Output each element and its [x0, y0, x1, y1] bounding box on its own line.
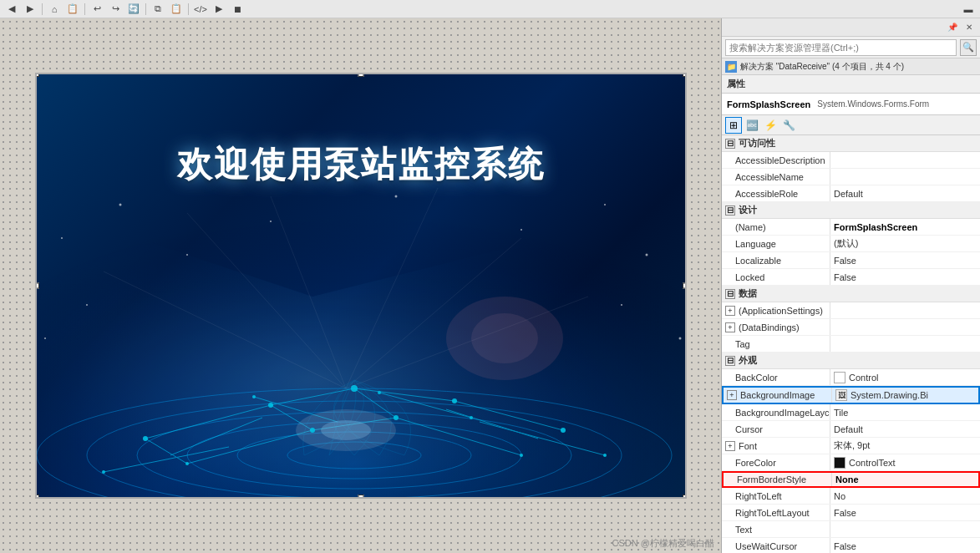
prop-value-cursor[interactable]: Default [830, 421, 980, 437]
toolbar-redo[interactable]: ↪ [107, 2, 124, 17]
toolbar-stop[interactable]: ⏹ [229, 2, 246, 17]
prop-icon-config[interactable]: 🔧 [780, 117, 797, 134]
svg-point-49 [621, 304, 622, 306]
prop-icon-sort[interactable]: ⊞ [725, 117, 742, 134]
toolbar-copy[interactable]: ⧉ [150, 2, 166, 17]
prop-bgimage[interactable]: + BackgroundImage 🖼 System.Drawing.Bi [722, 386, 980, 404]
prop-name-field[interactable]: (Name) FormSplashScreen [722, 219, 980, 236]
prop-value-backcolor[interactable]: Control [830, 369, 980, 385]
forecolor-text: ControlText [849, 458, 896, 468]
svg-point-34 [520, 454, 523, 457]
prop-formborderstyle[interactable]: FormBorderStyle None [722, 471, 980, 488]
prop-app-settings[interactable]: + (ApplicationSettings) [722, 302, 980, 319]
section-data[interactable]: ⊟ 数据 [722, 286, 980, 302]
prop-label-backcolor: BackColor [722, 369, 830, 385]
prop-value-locked[interactable]: False [830, 269, 980, 285]
prop-value-accessible-name[interactable] [830, 169, 980, 185]
expand-app-settings[interactable]: + [725, 306, 735, 316]
prop-usewaitcursor[interactable]: UseWaitCursor False [722, 538, 980, 553]
prop-toolbar-close[interactable]: ✕ [962, 20, 977, 35]
selection-handle-mr[interactable] [683, 283, 687, 289]
prop-value-bgimage-layout[interactable]: Tile [830, 404, 980, 420]
section-accessibility[interactable]: ⊟ 可访问性 [722, 135, 980, 152]
prop-font[interactable]: + Font 宋体, 9pt [722, 438, 980, 454]
prop-icon-events[interactable]: ⚡ [762, 117, 779, 134]
selection-handle-ml[interactable] [35, 283, 39, 289]
expand-bgimage[interactable]: + [727, 390, 737, 400]
prop-value-name[interactable]: FormSplashScreen [830, 219, 980, 235]
prop-value-accessible-role[interactable]: Default [830, 185, 980, 201]
selection-handle-tr[interactable] [683, 73, 687, 77]
expand-data-bindings[interactable]: + [725, 322, 735, 332]
prop-cursor[interactable]: Cursor Default [722, 421, 980, 438]
form-designer[interactable]: 欢迎使用泵站监控系统 CSDN @柠檬精爱喝白醋 [0, 18, 721, 553]
expand-font[interactable]: + [725, 441, 735, 451]
prop-value-app-settings[interactable] [830, 302, 980, 318]
prop-value-righttoleftlayout[interactable]: False [830, 505, 980, 520]
selection-handle-br[interactable] [683, 495, 687, 499]
component-selector[interactable]: FormSplashScreen System.Windows.Forms.Fo… [722, 94, 980, 115]
props-table[interactable]: ⊟ 可访问性 AccessibleDescription AccessibleN… [722, 135, 980, 553]
svg-point-32 [310, 428, 315, 433]
toolbar-paste[interactable]: 📋 [168, 2, 185, 17]
watermark: CSDN @柠檬精爱喝白醋 [612, 537, 714, 550]
prop-forecolor[interactable]: ForeColor ControlText [722, 454, 980, 471]
selection-handle-bc[interactable] [358, 495, 363, 499]
prop-text[interactable]: Text [722, 521, 980, 538]
svg-point-26 [143, 436, 148, 441]
section-label-appearance: 外观 [739, 354, 757, 367]
prop-tag[interactable]: Tag [722, 336, 980, 353]
toolbar-refresh[interactable]: 🔄 [125, 2, 142, 17]
prop-label-data-bindings: + (DataBindings) [722, 319, 830, 335]
prop-value-font[interactable]: 宋体, 9pt [830, 438, 980, 454]
svg-point-37 [252, 395, 256, 398]
prop-name-accessible-desc: AccessibleDescription [722, 152, 830, 168]
selection-handle-bl[interactable] [35, 495, 39, 499]
prop-value-text[interactable] [830, 521, 980, 537]
section-expand-design[interactable]: ⊟ [725, 205, 735, 216]
section-design[interactable]: ⊟ 设计 [722, 202, 980, 219]
prop-accessible-desc[interactable]: AccessibleDescription [722, 152, 980, 169]
prop-value-formborderstyle[interactable]: None [832, 473, 978, 486]
properties-header: 属性 [722, 75, 980, 94]
toolbar-collapse[interactable]: ▬ [960, 2, 977, 17]
prop-bgimage-layout[interactable]: BackgroundImageLayc Tile [722, 404, 980, 421]
section-expand-appearance[interactable]: ⊟ [725, 356, 735, 366]
prop-backcolor[interactable]: BackColor Control [722, 369, 980, 386]
prop-value-righttoleft[interactable]: No [830, 488, 980, 504]
prop-toolbar-pin[interactable]: 📌 [945, 20, 960, 35]
prop-language[interactable]: Language (默认) [722, 236, 980, 252]
prop-righttoleft[interactable]: RightToLeft No [722, 488, 980, 505]
prop-value-localizable[interactable]: False [830, 252, 980, 268]
prop-value-bgimage[interactable]: 🖼 System.Drawing.Bi [832, 388, 978, 403]
prop-value-forecolor[interactable]: ControlText [830, 454, 980, 470]
prop-righttoleftlayout[interactable]: RightToLeftLayout False [722, 505, 980, 521]
prop-value-language[interactable]: (默认) [830, 236, 980, 251]
prop-icon-alpha[interactable]: 🔤 [744, 117, 760, 134]
search-button[interactable]: 🔍 [960, 39, 977, 56]
toolbar-home[interactable]: ⌂ [46, 2, 63, 17]
section-appearance[interactable]: ⊟ 外观 [722, 353, 980, 369]
toolbar-forward[interactable]: ▶ [22, 2, 38, 17]
prop-accessible-name[interactable]: AccessibleName [722, 169, 980, 185]
form-preview[interactable]: 欢迎使用泵站监控系统 [35, 73, 687, 499]
toolbar-code[interactable]: </> [192, 2, 209, 17]
prop-locked[interactable]: Locked False [722, 269, 980, 286]
prop-value-tag[interactable] [830, 336, 980, 352]
toolbar-back[interactable]: ◀ [3, 2, 20, 17]
toolbar-undo[interactable]: ↩ [89, 2, 105, 17]
toolbar-solution[interactable]: 📋 [64, 2, 81, 17]
prop-value-accessible-desc[interactable] [830, 152, 980, 168]
prop-value-usewaitcursor[interactable]: False [830, 538, 980, 553]
section-expand-accessibility[interactable]: ⊟ [725, 139, 735, 149]
prop-data-bindings[interactable]: + (DataBindings) [722, 319, 980, 336]
prop-localizable[interactable]: Localizable False [722, 252, 980, 269]
toolbar-run[interactable]: ▶ [211, 2, 227, 17]
search-input[interactable] [725, 39, 957, 56]
prop-value-data-bindings[interactable] [830, 319, 980, 335]
selection-handle-tc[interactable] [358, 73, 363, 77]
bgimage-icon: 🖼 [835, 389, 847, 401]
selection-handle-tl[interactable] [35, 73, 39, 77]
prop-accessible-role[interactable]: AccessibleRole Default [722, 185, 980, 202]
section-expand-data[interactable]: ⊟ [725, 289, 735, 299]
